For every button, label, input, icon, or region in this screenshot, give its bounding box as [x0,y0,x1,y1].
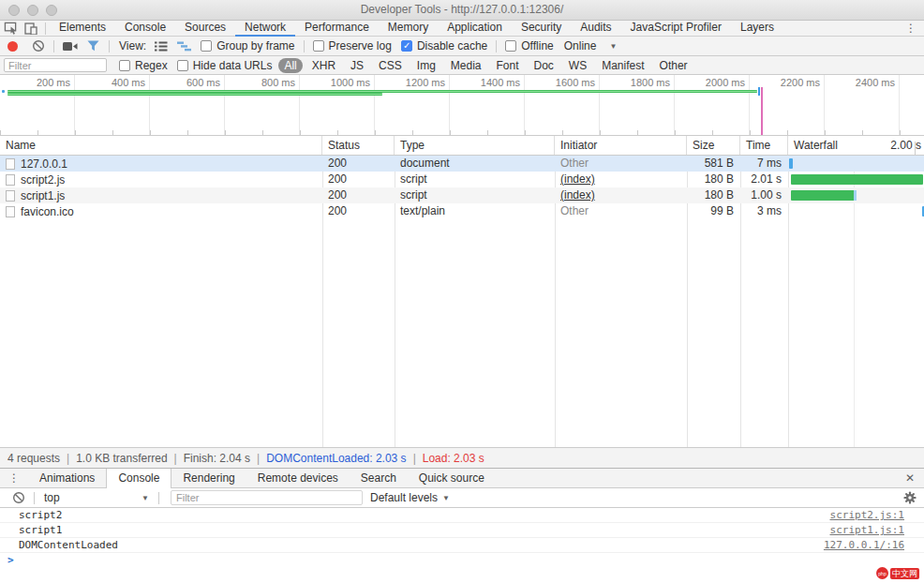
tab-layers[interactable]: Layers [731,21,783,37]
log-levels-dropdown[interactable]: Default levels ▼ [370,491,450,504]
tab-console[interactable]: Console [115,21,175,37]
network-table-body: 127.0.0.1 200 document Other 581 B 7 ms … [0,156,924,447]
drawer-tab-remote-devices[interactable]: Remote devices [246,469,350,487]
request-name: script1.js [21,188,65,203]
type-filter-ws[interactable]: WS [563,58,592,73]
tab-javascript-profiler[interactable]: JavaScript Profiler [621,21,731,37]
load-line [761,87,763,136]
throttling-dropdown[interactable]: Online ▼ [564,39,618,52]
request-initiator-link[interactable]: (index) [560,188,595,202]
tab-security[interactable]: Security [512,21,571,37]
request-initiator-link[interactable]: (index) [560,172,595,186]
checkbox-icon [201,40,212,52]
checkbox-icon [119,60,130,71]
group-by-frame-checkbox[interactable]: Group by frame [201,39,294,52]
filter-funnel-icon[interactable] [87,40,100,52]
column-header-type[interactable]: Type [395,136,555,155]
network-filter-input[interactable] [4,58,107,72]
close-drawer-icon[interactable]: ✕ [896,469,924,487]
message-source-link[interactable]: script2.js:1 [830,508,904,522]
column-header-name[interactable]: Name [0,136,322,155]
drawer-tab-rendering[interactable]: Rendering [171,469,246,487]
type-filter-css[interactable]: CSS [373,58,408,73]
maximize-window-button[interactable] [46,5,57,16]
request-name: favicon.ico [21,204,74,219]
drawer-more-options-icon[interactable]: ⋮ [0,469,28,487]
hide-data-urls-checkbox[interactable]: Hide data URLs [177,59,273,72]
clear-icon[interactable] [32,39,45,52]
column-header-initiator[interactable]: Initiator [555,136,687,155]
minimize-window-button[interactable] [27,5,38,16]
type-filter-doc[interactable]: Doc [529,58,559,73]
inspect-element-icon[interactable] [0,21,21,36]
column-header-waterfall[interactable]: Waterfall 2.00 s [788,136,924,155]
console-settings-gear-icon[interactable] [903,491,917,504]
preserve-log-checkbox[interactable]: Preserve log [313,39,392,52]
regex-checkbox[interactable]: Regex [119,59,168,72]
tab-network[interactable]: Network [235,21,295,37]
console-prompt[interactable]: > [0,553,924,568]
throttling-value: Online [564,39,597,52]
message-source-link[interactable]: script1.js:1 [830,523,904,537]
type-filter-js[interactable]: JS [345,58,369,73]
execution-context-dropdown[interactable]: top ▼ [44,491,149,504]
group-by-frame-label: Group by frame [216,39,294,52]
overview-request-bar [7,93,382,96]
type-filter-media[interactable]: Media [445,58,487,73]
type-filter-other[interactable]: Other [654,58,693,73]
tab-memory[interactable]: Memory [379,21,438,37]
type-filter-img[interactable]: Img [411,58,441,73]
tab-audits[interactable]: Audits [571,21,620,37]
network-table-header: Name Status Type Initiator Size Time Wat… [0,136,924,156]
tick-label: 1000 ms [300,75,375,88]
drawer-tab-animations[interactable]: Animations [28,469,106,487]
drawer-tab-search[interactable]: Search [350,469,408,487]
overview-minor-ticks [0,130,924,135]
tick-label: 2200 ms [750,75,825,88]
record-button[interactable] [7,41,18,52]
capture-screenshots-icon[interactable] [63,41,78,52]
type-filter-font[interactable]: Font [491,58,525,73]
more-options-icon[interactable]: ⋮ [898,22,924,35]
close-window-button[interactable] [8,5,20,16]
table-row[interactable]: script2.js 200 script (index) 180 B 2.01… [0,172,924,187]
table-row[interactable]: favicon.ico 200 text/plain Other 99 B 3 … [0,203,924,219]
type-filter-xhr[interactable]: XHR [306,58,341,73]
drawer-tab-console[interactable]: Console [106,469,171,488]
tick-label: 1600 ms [525,75,600,88]
timeline-overview[interactable]: 200 ms 400 ms 600 ms 800 ms 1000 ms 1200… [0,75,924,136]
tab-sources[interactable]: Sources [175,21,235,37]
tab-application[interactable]: Application [438,21,512,37]
network-filter-bar: Regex Hide data URLs All XHR JS CSS Img … [0,56,924,75]
drawer-tab-quick-source[interactable]: Quick source [408,469,496,487]
type-filter-all[interactable]: All [278,58,302,73]
large-rows-icon[interactable] [155,41,168,52]
request-status: 200 [322,203,395,219]
main-tab-bar: Elements Console Sources Network Perform… [0,21,924,37]
show-overview-icon[interactable] [177,41,191,52]
table-row[interactable]: script1.js 200 script (index) 180 B 1.00… [0,187,924,203]
type-filter-manifest[interactable]: Manifest [596,58,649,73]
message-source-link[interactable]: 127.0.0.1/:16 [824,538,904,552]
dcl-line [758,87,760,96]
request-initiator: Other [560,204,589,217]
php-logo-icon: php [876,567,888,579]
column-header-time[interactable]: Time [740,136,788,155]
clear-console-icon[interactable] [12,491,25,504]
offline-checkbox[interactable]: Offline [505,39,553,52]
tick-label: 400 ms [75,75,150,88]
tick-label: 2000 ms [675,75,750,88]
disable-cache-checkbox[interactable]: Disable cache [401,39,487,52]
tab-elements[interactable]: Elements [50,21,115,37]
table-row[interactable]: 127.0.0.1 200 document Other 581 B 7 ms [0,156,924,172]
tab-performance[interactable]: Performance [295,21,379,37]
divider [34,492,35,504]
column-header-status[interactable]: Status [322,136,395,155]
column-header-size[interactable]: Size [687,136,740,155]
transferred: 1.0 KB transferred [76,452,167,465]
timeline-ruler: 200 ms 400 ms 600 ms 800 ms 1000 ms 1200… [0,75,924,88]
console-filter-input[interactable] [171,490,363,505]
load-time: Load: 2.03 s [423,452,484,465]
device-toolbar-icon[interactable] [21,21,41,36]
divider [158,492,159,504]
